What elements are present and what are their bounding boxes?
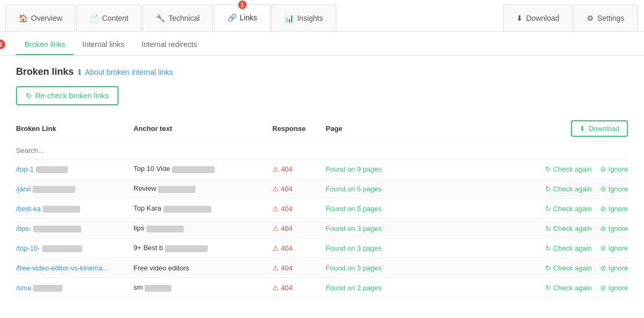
tab-download[interactable]: ⬇ Download [503, 4, 572, 31]
link-2[interactable]: /best-ka [16, 205, 41, 213]
recheck-button[interactable]: Re-check broken links [16, 86, 119, 105]
cell-response-2: ⚠ 404 [272, 205, 326, 213]
sub-tab-internal-redirects[interactable]: Internal redirects [133, 34, 206, 55]
cell-actions-6: ↻ Check again ⊘ Ignore [521, 284, 628, 292]
cell-page-5: Found on 3 pages [326, 263, 521, 272]
refresh-icon-1: ↻ [545, 185, 551, 193]
check-again-button-2[interactable]: ↻ Check again [545, 205, 592, 213]
check-again-button-4[interactable]: ↻ Check again [545, 244, 592, 252]
refresh-icon-2: ↻ [545, 205, 551, 213]
cell-page-1: Found on 5 pages [326, 184, 521, 193]
check-again-button-3[interactable]: ↻ Check again [545, 224, 592, 232]
tab-content[interactable]: 📄 Content [76, 4, 142, 31]
ignore-button-1[interactable]: ⊘ Ignore [600, 185, 628, 193]
cell-anchor-3: tips [133, 224, 272, 232]
table-row: /free-video-editor-vs-kinema... Free vid… [16, 258, 628, 278]
ignore-button-4[interactable]: ⊘ Ignore [600, 244, 628, 252]
about-link[interactable]: About broken internal links [85, 68, 173, 76]
page-link-2[interactable]: Found on 5 pages [326, 205, 382, 213]
cell-link-2: /best-ka [16, 204, 133, 213]
refresh-icon-4: ↻ [545, 244, 551, 252]
cell-response-6: ⚠ 404 [272, 284, 326, 292]
link-1[interactable]: /jarvi [16, 185, 30, 193]
content-icon: 📄 [90, 14, 99, 22]
info-icon[interactable]: ℹ [78, 68, 81, 76]
ignore-button-0[interactable]: ⊘ Ignore [600, 165, 628, 173]
response-code-1: 404 [281, 185, 293, 193]
ban-icon-4: ⊘ [600, 244, 606, 252]
ban-icon-2: ⊘ [600, 205, 606, 213]
cell-page-6: Found on 2 pages [326, 283, 521, 292]
tab-content-label: Content [102, 14, 128, 22]
main-content: Broken links ℹ About broken internal lin… [0, 56, 644, 308]
ignore-button-3[interactable]: ⊘ Ignore [600, 224, 628, 232]
page-link-6[interactable]: Found on 2 pages [326, 284, 382, 292]
tab-insights[interactable]: 📊 Insights [271, 4, 336, 31]
link-3[interactable]: /tips- [16, 224, 31, 232]
response-code-3: 404 [281, 224, 293, 232]
ignore-button-6[interactable]: ⊘ Ignore [600, 284, 628, 292]
ignore-button-2[interactable]: ⊘ Ignore [600, 205, 628, 213]
warning-icon-0: ⚠ [272, 165, 279, 173]
technical-icon: 🔧 [156, 14, 165, 22]
response-code-4: 404 [281, 244, 293, 252]
cell-actions-4: ↻ Check again ⊘ Ignore [521, 244, 628, 252]
table-row: /tips- tips ⚠ 404 Found on 3 pages ↻ Che… [16, 219, 628, 238]
check-again-button-1[interactable]: ↻ Check again [545, 185, 592, 193]
cell-anchor-4: 9+ Best b [133, 244, 272, 252]
check-again-button-0[interactable]: ↻ Check again [545, 165, 592, 173]
check-again-button-5[interactable]: ↻ Check again [545, 264, 592, 272]
download-tab-icon: ⬇ [516, 14, 523, 22]
ban-icon-0: ⊘ [600, 165, 606, 173]
section-title-text: Broken links [16, 66, 74, 77]
response-code-6: 404 [281, 284, 293, 292]
sub-tab-broken-links[interactable]: Broken links [16, 34, 74, 55]
ban-icon-5: ⊘ [600, 264, 606, 272]
cell-response-3: ⚠ 404 [272, 224, 326, 232]
table-row: /top-10- 9+ Best b ⚠ 404 Found on 3 page… [16, 238, 628, 258]
page-link-3[interactable]: Found on 3 pages [326, 224, 382, 232]
cell-actions-5: ↻ Check again ⊘ Ignore [521, 264, 628, 272]
tab-technical-label: Technical [168, 14, 199, 22]
table-body: /top-1 Top 10 Vide ⚠ 404 Found on 9 page… [16, 159, 628, 298]
insights-icon: 📊 [285, 14, 294, 22]
col-header-response: Response [272, 125, 326, 133]
link-6[interactable]: /sma [16, 284, 31, 292]
page-link-0[interactable]: Found on 9 pages [326, 165, 382, 173]
cell-link-6: /sma [16, 283, 133, 292]
page-link-5[interactable]: Found on 3 pages [326, 264, 382, 272]
cell-response-4: ⚠ 404 [272, 244, 326, 252]
check-again-button-6[interactable]: ↻ Check again [545, 284, 592, 292]
search-input[interactable] [16, 146, 123, 154]
link-5[interactable]: /free-video-editor-vs-kinema... [16, 264, 108, 272]
cell-actions-2: ↻ Check again ⊘ Ignore [521, 205, 628, 213]
cell-page-3: Found on 3 pages [326, 224, 521, 232]
ban-icon-3: ⊘ [600, 224, 606, 232]
links-icon: 🔗 [227, 13, 237, 22]
warning-icon-2: ⚠ [272, 205, 279, 213]
tab-technical[interactable]: 🔧 Technical [143, 4, 213, 31]
download-label: Download [588, 125, 619, 133]
cell-anchor-0: Top 10 Vide [133, 165, 272, 173]
ignore-button-5[interactable]: ⊘ Ignore [600, 264, 628, 272]
tab-links-label: Links [240, 13, 257, 22]
cell-response-5: ⚠ 404 [272, 264, 326, 272]
warning-icon-3: ⚠ [272, 224, 279, 232]
download-button[interactable]: ⬇ Download [571, 120, 628, 137]
link-4[interactable]: /top-10- [16, 244, 40, 252]
settings-icon: ⚙ [587, 14, 594, 22]
cell-link-3: /tips- [16, 224, 133, 232]
tab-overview[interactable]: 🏠 Overview [5, 4, 75, 31]
search-row [16, 142, 628, 159]
link-0[interactable]: /top-1 [16, 165, 34, 173]
refresh-icon-6: ↻ [545, 284, 551, 292]
warning-icon-5: ⚠ [272, 264, 279, 272]
page-link-1[interactable]: Found on 5 pages [326, 185, 382, 193]
ban-icon-1: ⊘ [600, 185, 606, 193]
tab-links[interactable]: 1 🔗 Links [214, 4, 271, 31]
page-link-4[interactable]: Found on 3 pages [326, 244, 382, 252]
table-row: /top-1 Top 10 Vide ⚠ 404 Found on 9 page… [16, 159, 628, 179]
sub-tab-internal-links[interactable]: Internal links [74, 34, 133, 55]
cell-link-1: /jarvi [16, 184, 133, 193]
tab-settings[interactable]: ⚙ Settings [574, 4, 638, 31]
